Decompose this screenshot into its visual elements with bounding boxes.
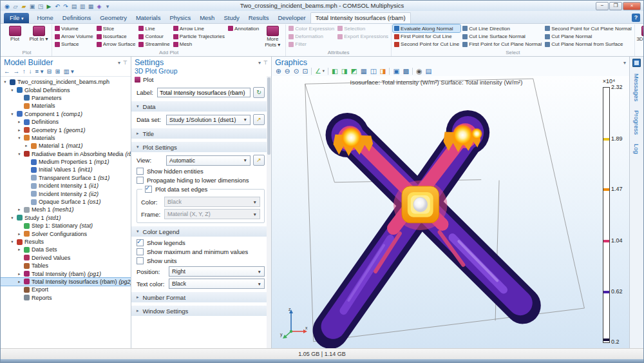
float-window-icon[interactable] xyxy=(632,59,641,67)
tree-caret-icon[interactable]: ▾ xyxy=(3,79,8,84)
tree-caret-icon[interactable]: ▾ xyxy=(10,112,15,117)
side-tab-messages[interactable]: Messages xyxy=(633,71,640,104)
show-grid-icon[interactable]: ▦ xyxy=(361,67,367,75)
show-units-checkbox[interactable] xyxy=(137,257,144,264)
3d-image-button[interactable]: 3D Image xyxy=(636,25,643,43)
tree-caret-icon[interactable]: ▸ xyxy=(17,231,22,237)
go-to-zx-view-icon[interactable]: ◩ xyxy=(351,67,357,75)
show-max-min-checkbox[interactable] xyxy=(137,248,144,255)
tree-caret-icon[interactable]: ▸ xyxy=(17,128,22,133)
tree-item-incident-intensity-1[interactable]: Incident Intensity 1(ii1) xyxy=(1,182,131,190)
tree-item-material-1[interactable]: ▸Material 1(mat1) xyxy=(1,142,131,150)
button-first-point-for-cut-plane-normal[interactable]: First Point for Cut Plane Normal xyxy=(461,41,543,48)
button-cut-line-direction[interactable]: Cut Line Direction xyxy=(461,25,543,32)
tree-item-step-1-stationary[interactable]: Step 1: Stationary(stat) xyxy=(1,222,131,230)
ribbon-tab-results[interactable]: Results xyxy=(244,13,274,23)
tree-item-opaque-surface-1[interactable]: Opaque Surface 1(os1) xyxy=(1,198,131,206)
tree-caret-icon[interactable]: ▾ xyxy=(17,152,22,157)
tree-item-tables[interactable]: Tables xyxy=(1,262,131,270)
button-second-point-for-cut-plane-normal[interactable]: Second Point for Cut Plane Normal xyxy=(544,25,633,32)
tree-item-total-intensity-isosurfaces-rbam[interactable]: ▸Total Intensity Isosurfaces (rbam)(pg2) xyxy=(1,278,131,286)
redo-icon[interactable]: ↷ xyxy=(62,3,70,10)
toolbar-options-caret-icon[interactable]: ▾ xyxy=(104,3,111,10)
propagate-hiding-checkbox[interactable] xyxy=(137,177,144,184)
go-to-source-icon[interactable]: ↗ xyxy=(253,114,265,125)
tree-caret-icon[interactable]: ▸ xyxy=(17,271,22,277)
comsol-logo-icon[interactable]: ◉ xyxy=(3,3,11,10)
tree-item-results[interactable]: ▾Results xyxy=(1,238,131,246)
tree-item-radiative-beam-in-absorbing-media[interactable]: ▾Radiative Beam in Absorbing Media(rbam) xyxy=(1,150,131,158)
close-button[interactable]: × xyxy=(623,2,641,10)
expand-all-icon[interactable]: ⊞ xyxy=(55,68,60,75)
zoom-selected-icon[interactable]: ⊙ xyxy=(294,67,299,75)
tree-item-study-1[interactable]: ▾Study 1(std1) xyxy=(1,214,131,222)
show-legends-checkbox[interactable] xyxy=(137,239,144,246)
tree-item-reports[interactable]: Reports xyxy=(1,294,131,302)
new-file-icon[interactable]: ▱ xyxy=(12,3,19,10)
panel-menu-icon[interactable]: ▾ xyxy=(118,60,120,66)
tree-item-transparent-surface-1[interactable]: Transparent Surface 1(ts1) xyxy=(1,174,131,182)
tree-item-geometry-1[interactable]: ▸Geometry 1(geom1) xyxy=(1,126,131,133)
tree-caret-icon[interactable]: ▾ xyxy=(10,88,15,93)
button-streamline[interactable]: Streamline xyxy=(137,41,171,48)
ribbon-tab-geometry[interactable]: Geometry xyxy=(95,13,131,23)
button-cut-line-surface-normal[interactable]: Cut Line Surface Normal xyxy=(461,32,543,40)
tree-item-solver-configurations[interactable]: ▸Solver Configurations xyxy=(1,230,131,237)
tree-item-two-crossing-incident-beams-mph[interactable]: ▾Two_crossing_incident_beams.mph xyxy=(1,78,131,86)
button-line[interactable]: Line xyxy=(137,25,171,32)
section-header-window-settings[interactable]: ▸Window Settings xyxy=(131,306,271,316)
button-mesh[interactable]: Mesh xyxy=(172,41,226,48)
undo-icon[interactable]: ↶ xyxy=(53,3,61,10)
scene-light-icon[interactable]: ◫ xyxy=(370,67,377,75)
legend-position-combobox[interactable]: Right▼ xyxy=(169,266,265,277)
section-header-plot-settings[interactable]: ▾Plot Settings xyxy=(131,142,271,152)
button-cut-plane-normal-from-surface[interactable]: Cut Plane Normal from Surface xyxy=(544,41,633,48)
go-back-icon[interactable]: ← xyxy=(4,68,10,75)
copy-icon[interactable]: ▤ xyxy=(70,3,78,10)
side-tab-progress[interactable]: Progress xyxy=(633,108,640,137)
button-contour[interactable]: Contour xyxy=(137,32,171,40)
section-header-data[interactable]: ▾Data xyxy=(131,101,271,112)
button-arrow-volume[interactable]: Arrow Volume xyxy=(53,32,95,40)
tree-item-global-definitions[interactable]: ▾Global Definitions xyxy=(1,86,131,93)
transparency-icon[interactable]: ◨ xyxy=(380,67,386,75)
tree-caret-icon[interactable]: ▸ xyxy=(17,247,22,252)
data-set-combobox[interactable]: Study 1/Solution 1 (dset1)▼ xyxy=(166,115,251,125)
maximize-button[interactable]: ❐ xyxy=(609,2,622,10)
open-file-icon[interactable]: ▰ xyxy=(20,3,28,10)
isosurface-plot[interactable] xyxy=(272,76,629,348)
update-solution-icon[interactable]: ◈ xyxy=(95,3,103,10)
panel-menu-icon[interactable]: ▾ xyxy=(623,60,626,66)
tree-item-export[interactable]: Export xyxy=(1,286,131,293)
tree-caret-icon[interactable]: ▸ xyxy=(24,143,29,148)
side-tab-log[interactable]: Log xyxy=(633,141,640,157)
run-icon[interactable]: ▶ xyxy=(45,3,53,10)
minimize-button[interactable]: − xyxy=(596,2,609,10)
ribbon-tab-mesh[interactable]: Mesh xyxy=(195,13,219,23)
zoom-extents-icon[interactable]: ⊡ xyxy=(302,67,308,75)
go-to-yz-view-icon[interactable]: ◨ xyxy=(341,67,348,75)
graphics-canvas[interactable]: Isosurface: Total intensity (W/m²) Surfa… xyxy=(272,76,629,348)
move-up-icon[interactable]: ↑ xyxy=(23,68,26,75)
tree-item-initial-values-1[interactable]: Initial Values 1(init1) xyxy=(1,166,131,173)
legend-text-color-combobox[interactable]: Black▼ xyxy=(169,279,265,289)
chevron-down-icon[interactable]: ▾ xyxy=(323,68,325,74)
tree-item-incident-intensity-2[interactable]: Incident Intensity 2(ii2) xyxy=(1,190,131,197)
copy-image-icon[interactable]: ▩ xyxy=(402,67,409,75)
tree-item-materials[interactable]: Materials xyxy=(1,102,131,110)
tree-caret-icon[interactable]: ▾ xyxy=(17,135,22,141)
view-combobox[interactable]: Automatic▼ xyxy=(166,155,251,166)
section-header-title[interactable]: ▸Title xyxy=(131,128,271,139)
button-slice[interactable]: Slice xyxy=(95,25,137,32)
pin-panel-icon[interactable]: ⊤ xyxy=(263,60,268,66)
pin-panel-icon[interactable]: ⊤ xyxy=(123,60,128,66)
scrollbar-thumb[interactable] xyxy=(267,77,270,155)
ribbon-tab-active[interactable]: Total Intensity Isosurfaces (rbam) xyxy=(310,12,411,23)
button-arrow-line[interactable]: Arrow Line xyxy=(172,25,226,32)
camera-icon[interactable]: ◉ xyxy=(416,67,422,75)
more-plots-button[interactable]: More Plots ▾ xyxy=(261,25,284,48)
button-isosurface[interactable]: Isosurface xyxy=(95,32,137,40)
section-header-number-format[interactable]: ▸Number Format xyxy=(131,292,271,302)
tree-item-component-1[interactable]: ▾Component 1(comp1) xyxy=(1,110,131,118)
panel-menu-icon[interactable]: ▾ xyxy=(258,60,261,66)
